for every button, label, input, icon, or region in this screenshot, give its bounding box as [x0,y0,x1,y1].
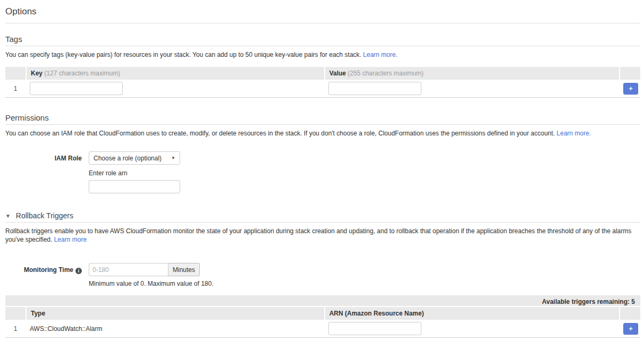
trigger-type-cell: AWS::CloudWatch::Alarm [26,320,324,338]
monitoring-time-label-wrap: Monitoring Timei [5,263,89,274]
rollback-description: Rollback triggers enable you to have AWS… [5,227,640,244]
divider [5,124,640,125]
key-cell [26,80,324,98]
divider [5,46,640,46]
actions-column-header [619,307,640,320]
permissions-description-text: You can choose an IAM role that CloudFor… [5,130,555,137]
triggers-table-row: 1 AWS::CloudWatch::Alarm + [5,320,640,338]
value-column-hint: (255 characters maximum) [348,70,423,77]
tag-value-input[interactable] [328,82,421,95]
iam-role-label: IAM Role [5,151,89,162]
permissions-description: You can choose an IAM role that CloudFor… [5,129,640,138]
monitoring-time-label: Monitoring Time [24,266,73,274]
type-column-header: Type [26,307,324,320]
value-column-label: Value [329,70,346,77]
monitoring-time-help: Minimum value of 0. Maximum value of 180… [89,280,214,287]
key-column-label: Key [31,70,43,77]
rollback-triggers-heading-label: Rollback Triggers [16,211,73,220]
plus-icon: + [629,325,633,333]
value-column-header: Value (255 characters maximum) [324,67,619,80]
monitoring-time-input[interactable] [89,263,168,276]
chevron-down-icon: ▼ [171,156,175,160]
row-number-header [5,67,26,80]
row-number: 1 [5,80,26,98]
permissions-learn-more-link[interactable]: Learn more. [557,130,591,137]
actions-column-header [619,67,640,80]
permissions-heading: Permissions [5,113,640,122]
rollback-learn-more-link[interactable]: Learn more [54,236,87,243]
role-arn-label: Enter role arn [89,169,180,177]
triggers-remaining-caption: Available triggers remaining: 5 [5,295,640,307]
collapse-triangle-icon: ▼ [5,213,11,219]
tags-learn-more-link[interactable]: Learn more. [363,51,397,58]
value-cell [324,80,619,98]
add-tag-button[interactable]: + [623,83,638,95]
actions-cell: + [619,80,640,98]
tags-table-row: 1 + [5,80,640,98]
iam-role-row: IAM Role Choose a role (optional) ▼ Ente… [5,151,640,193]
divider [5,222,640,223]
tag-key-input[interactable] [30,82,123,95]
trigger-arn-cell [324,320,619,338]
tags-heading: Tags [5,35,640,44]
trigger-arn-input[interactable] [328,322,421,335]
info-icon[interactable]: i [75,268,82,274]
row-number-header [5,307,26,320]
divider [5,23,640,23]
row-number: 1 [5,320,26,338]
iam-role-dropdown-value: Choose a role (optional) [94,155,162,162]
arn-column-header: ARN (Amazon Resource Name) [324,307,619,320]
triggers-table-header-row: Type ARN (Amazon Resource Name) [5,307,640,320]
iam-role-dropdown[interactable]: Choose a role (optional) ▼ [89,151,180,165]
monitoring-time-input-group: Minutes [89,263,214,276]
actions-cell: + [619,320,640,338]
key-column-hint: (127 characters maximum) [44,70,120,77]
key-column-header: Key (127 characters maximum) [26,67,324,80]
rollback-triggers-section: ▼ Rollback Triggers Rollback triggers en… [5,211,640,338]
monitoring-time-row: Monitoring Timei Minutes Minimum value o… [5,263,640,287]
rollback-description-text: Rollback triggers enable you to have AWS… [5,227,631,243]
plus-icon: + [629,84,633,92]
permissions-section: Permissions You can choose an IAM role t… [5,113,640,193]
role-arn-input[interactable] [89,180,180,193]
page-title: Options [5,6,640,17]
add-trigger-button[interactable]: + [623,323,638,335]
tags-table-header-row: Key (127 characters maximum) Value (255 … [5,67,640,80]
minutes-addon: Minutes [168,263,200,276]
iam-role-controls: Choose a role (optional) ▼ Enter role ar… [89,151,180,193]
triggers-table: Available triggers remaining: 5 Type ARN… [5,295,640,338]
rollback-triggers-heading[interactable]: ▼ Rollback Triggers [5,211,640,220]
tags-description: You can specify tags (key-value pairs) f… [5,50,640,59]
tags-description-text: You can specify tags (key-value pairs) f… [5,51,361,58]
monitoring-time-controls: Minutes Minimum value of 0. Maximum valu… [89,263,214,287]
tags-table: Key (127 characters maximum) Value (255 … [5,67,640,98]
tags-section: Tags You can specify tags (key-value pai… [5,35,640,98]
